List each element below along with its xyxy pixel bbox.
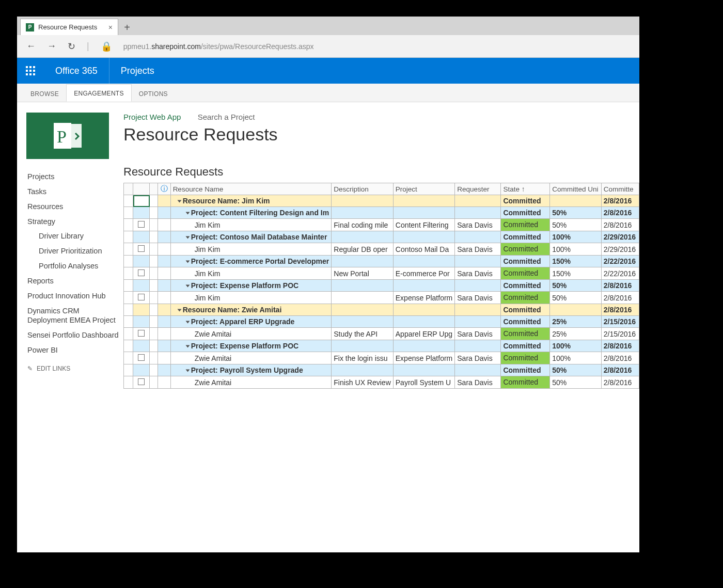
new-tab-button[interactable]: + [118,20,136,35]
ribbon-tab-browse[interactable]: BROWSE [23,85,66,102]
edit-links-label: EDIT LINKS [37,365,70,372]
breadcrumb-app[interactable]: Project Web App [123,113,181,121]
cell-description [332,364,393,376]
col-description[interactable]: Description [332,183,393,195]
row-checkbox[interactable] [133,376,150,389]
grid-row[interactable]: Project: Expense Platform POCCommitted10… [124,340,639,352]
nav-item[interactable]: Dynamics CRM Deployment EMEA Project [27,304,120,328]
cell-resource-name: Zwie Amitai [170,328,332,340]
grid-row[interactable]: Zwie AmitaiFinish UX ReviewPayroll Syste… [124,376,639,389]
row-checkbox[interactable] [133,328,150,340]
row-select-active[interactable] [133,195,150,207]
breadcrumb-search[interactable]: Search a Project [198,113,255,121]
col-project[interactable]: Project [393,183,455,195]
cell-committed-date: 2/15/2016 [601,316,639,328]
row-info [158,340,170,352]
cell-state: Committed [501,207,550,219]
row-gutter2 [150,207,158,219]
svg-rect-8 [33,73,35,75]
nav-item[interactable]: Driver Prioritization [27,244,120,259]
grid-row[interactable]: Jim KimNew PortalE-commerce PorSara Davi… [124,267,639,280]
nav-item[interactable]: Strategy [27,214,120,229]
nav-item[interactable]: Resources [27,199,120,214]
close-icon[interactable]: × [108,23,113,31]
cell-description [332,316,393,328]
col-state[interactable]: State ↑ [501,183,550,195]
row-select[interactable] [133,256,150,267]
row-gutter [124,207,133,219]
cell-state: Committed [501,328,550,340]
cell-resource-name: Resource Name: Zwie Amitai [170,304,332,316]
col-gutter [124,183,133,195]
grid-row[interactable]: Project: Content Filtering Design and Im… [124,207,639,219]
grid-row[interactable]: Jim KimFinal coding mileContent Filterin… [124,219,639,231]
nav-item[interactable]: Driver Library [27,229,120,244]
forward-icon[interactable]: → [47,41,56,52]
ribbon-tab-options[interactable]: OPTIONS [132,85,175,102]
url-display[interactable]: ppmeu1.sharepoint.com/sites/pwa/Resource… [123,42,314,51]
nav-item[interactable]: Sensei Portfolio Dashboard [27,328,120,343]
nav-item[interactable]: Projects [27,169,120,184]
edit-links[interactable]: ✎ EDIT LINKS [27,365,120,372]
grid-row[interactable]: Jim KimExpense PlatformSara DavisCommitt… [124,292,639,304]
suite-app[interactable]: Projects [109,58,166,84]
cell-description: Finish UX Review [332,376,393,389]
row-gutter2 [150,267,158,280]
cell-committed-date: 2/22/2016 [601,256,639,267]
suite-brand[interactable]: Office 365 [44,58,109,84]
row-select[interactable] [133,280,150,292]
nav-item[interactable]: Portfolio Analyses [27,259,120,274]
row-checkbox[interactable] [133,219,150,231]
grid-row[interactable]: Project: Payroll System UpgradeCommitted… [124,364,639,376]
nav-item[interactable]: Tasks [27,184,120,199]
cell-committed-units: 150% [550,256,602,267]
row-gutter [124,243,133,256]
grid-row[interactable]: Resource Name: Jim KimCommitted2/8/2016 [124,195,639,207]
col-select[interactable] [133,183,150,195]
browser-tab[interactable]: P Resource Requests × [20,19,118,35]
ribbon-tab-engagements[interactable]: ENGAGEMENTS [66,84,132,102]
cell-description: Study the API [332,328,393,340]
grid-row[interactable]: Project: Contoso Mail Database MainterCo… [124,231,639,243]
cell-committed-date: 2/29/2016 [601,243,639,256]
cell-project: E-commerce Por [393,267,455,280]
col-info-icon[interactable]: ⓘ [158,183,170,195]
cell-committed-units: 150% [550,267,602,280]
row-checkbox[interactable] [133,292,150,304]
nav-item[interactable]: Power BI [27,343,120,358]
row-select[interactable] [133,364,150,376]
cell-project: Payroll System U [393,376,455,389]
row-select[interactable] [133,316,150,328]
row-checkbox[interactable] [133,243,150,256]
nav-item[interactable]: Reports [27,274,120,289]
grid-row[interactable]: Project: Apparel ERP UpgradeCommitted25%… [124,316,639,328]
row-gutter [124,280,133,292]
resource-requests-grid[interactable]: ⓘ Resource Name Description Project Requ… [123,183,639,389]
cell-committed-units: 100% [550,340,602,352]
col-committed-units[interactable]: Committed Uni [550,183,602,195]
refresh-icon[interactable]: ↻ [68,41,75,52]
row-select[interactable] [133,304,150,316]
cell-requester [455,256,501,267]
col-committed-date[interactable]: Committe [601,183,639,195]
cell-project [393,195,455,207]
url-path: /sites/pwa/ResourceRequests.aspx [201,42,314,51]
back-icon[interactable]: ← [26,41,36,52]
grid-row[interactable]: Project: E-commerce Portal DevelopmerCom… [124,256,639,267]
col-resource-name[interactable]: Resource Name [170,183,332,195]
grid-row[interactable]: Project: Expense Platform POCCommitted50… [124,280,639,292]
grid-row[interactable]: Zwie AmitaiFix the login issuExpense Pla… [124,352,639,364]
grid-row[interactable]: Jim KimRegular DB operContoso Mail DaSar… [124,243,639,256]
col-requester[interactable]: Requester [455,183,501,195]
cell-description [332,304,393,316]
app-launcher-icon[interactable] [17,58,44,84]
nav-item[interactable]: Product Innovation Hub [27,289,120,304]
row-checkbox[interactable] [133,352,150,364]
row-select[interactable] [133,231,150,243]
row-select[interactable] [133,207,150,219]
grid-row[interactable]: Zwie AmitaiStudy the APIApparel ERP UpgS… [124,328,639,340]
cell-state: Committed [501,243,550,256]
row-select[interactable] [133,340,150,352]
grid-row[interactable]: Resource Name: Zwie AmitaiCommitted2/8/2… [124,304,639,316]
row-checkbox[interactable] [133,267,150,280]
